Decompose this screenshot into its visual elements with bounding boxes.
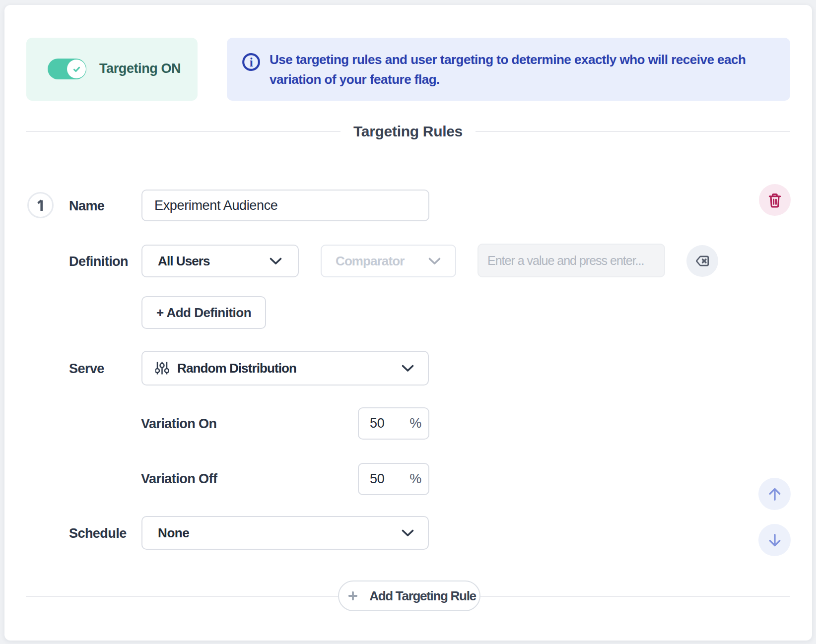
- svg-text:i: i: [250, 55, 253, 69]
